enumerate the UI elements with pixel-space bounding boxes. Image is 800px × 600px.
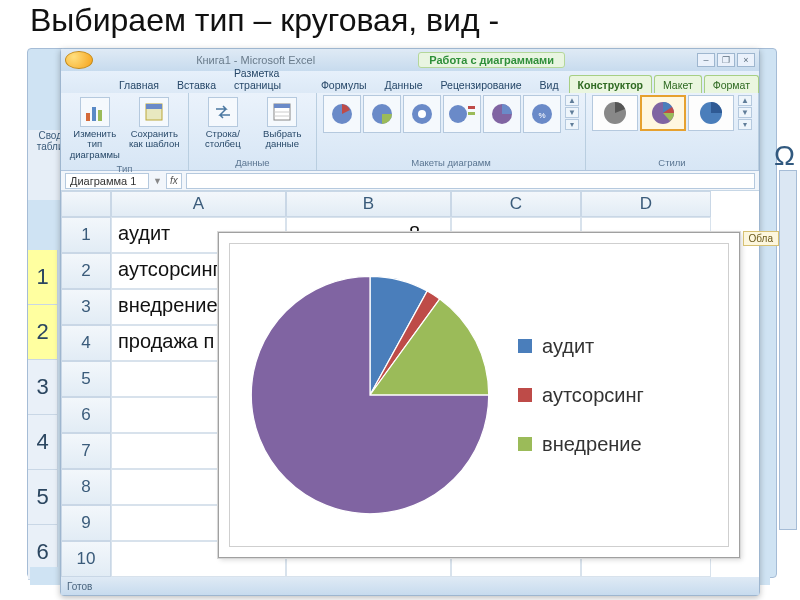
row-header[interactable]: 3 [61,289,111,325]
legend-label: внедрение [542,433,642,456]
window-controls: – ❐ × [697,53,755,67]
style-scroll[interactable]: ▲ ▼ ▾ [738,95,752,130]
col-header-d[interactable]: D [581,191,711,217]
col-header-a[interactable]: A [111,191,286,217]
row-header[interactable]: 6 [61,397,111,433]
row-header[interactable]: 1 [61,217,111,253]
scroll-up-icon[interactable]: ▲ [738,95,752,106]
row-header[interactable]: 4 [61,325,111,361]
style-thumb[interactable] [688,95,734,131]
pie-svg [245,270,495,520]
bg-row-header: 2 [28,305,58,360]
col-header-c[interactable]: C [451,191,581,217]
select-data-label: Выбрать данные [257,129,309,150]
chart-legend[interactable]: аудит аутсорсинг внедрение [510,325,728,466]
row-header[interactable]: 8 [61,469,111,505]
tab-review[interactable]: Рецензирование [433,76,530,93]
tab-layout[interactable]: Макет [654,75,702,93]
save-as-template-button[interactable]: Сохранить как шаблон [127,95,183,152]
tab-page-layout[interactable]: Разметка страницы [226,64,311,93]
row-header[interactable]: 9 [61,505,111,541]
layout-thumb[interactable] [443,95,481,133]
slide-title: Выбираем тип – круговая, вид - [30,2,499,39]
office-button-icon[interactable] [65,51,93,69]
tab-designer[interactable]: Конструктор [569,75,652,93]
col-header-b[interactable]: B [286,191,451,217]
switch-icon [208,97,238,127]
legend-item[interactable]: внедрение [518,433,720,456]
style-thumb-selected[interactable] [640,95,686,131]
layout-thumb[interactable]: % [523,95,561,133]
row-header[interactable]: 5 [61,361,111,397]
row-header[interactable]: 7 [61,433,111,469]
layout-thumb[interactable] [483,95,521,133]
ribbon-group-styles: ▲ ▼ ▾ Стили [586,93,759,170]
legend-label: аудит [542,335,594,358]
scroll-down-icon[interactable]: ▼ [565,107,579,118]
select-data-button[interactable]: Выбрать данные [255,95,311,152]
svg-point-13 [449,105,467,123]
chart-style-gallery[interactable] [592,95,734,131]
template-icon [139,97,169,127]
svg-rect-6 [274,104,290,108]
tab-data[interactable]: Данные [377,76,431,93]
switch-row-col-button[interactable]: Строка/столбец [195,95,251,152]
group-data-label: Данные [235,156,269,168]
formula-input[interactable] [186,173,755,189]
select-all-corner[interactable] [61,191,111,217]
tab-view[interactable]: Вид [532,76,567,93]
fx-icon[interactable]: fx [166,173,182,189]
switch-label: Строка/столбец [197,129,249,150]
bg-scrollbar[interactable] [779,170,797,530]
svg-rect-0 [86,113,90,121]
group-layouts-label: Макеты диаграмм [411,156,491,168]
expand-gallery-icon[interactable]: ▾ [565,119,579,130]
layout-scroll[interactable]: ▲ ▼ ▾ [565,95,579,130]
chart-layout-gallery[interactable]: % [323,95,561,133]
change-chart-type-button[interactable]: Изменить тип диаграммы [67,95,123,162]
group-styles-label: Стили [658,156,685,168]
embedded-chart[interactable]: Обла аудит аутсорсинг внедрение [218,232,740,558]
status-ready: Готов [67,581,92,592]
layout-thumb[interactable] [323,95,361,133]
expand-gallery-icon[interactable]: ▾ [738,119,752,130]
formula-bar: ▼ fx [61,171,759,191]
row-header[interactable]: 10 [61,541,111,577]
chart-tools-title: Работа с диаграммами [418,52,565,68]
svg-text:%: % [538,111,545,120]
name-box[interactable] [65,173,149,189]
save-template-label: Сохранить как шаблон [129,129,181,150]
layout-thumb[interactable] [363,95,401,133]
bg-row-header: 3 [28,360,58,415]
tab-insert[interactable]: Вставка [169,76,224,93]
legend-label: аутсорсинг [542,384,644,407]
legend-swatch [518,388,532,402]
close-button[interactable]: × [737,53,755,67]
symbol-omega-icon: Ω [774,140,795,172]
layout-thumb[interactable] [403,95,441,133]
ribbon-tabs: Главная Вставка Разметка страницы Формул… [61,71,759,93]
change-type-label: Изменить тип диаграммы [69,129,121,160]
bg-row-header: 1 [28,250,58,305]
pie-chart[interactable] [230,244,510,546]
legend-item[interactable]: аутсорсинг [518,384,720,407]
tab-home[interactable]: Главная [111,76,167,93]
row-header[interactable]: 2 [61,253,111,289]
scroll-up-icon[interactable]: ▲ [565,95,579,106]
bg-row-header: 4 [28,415,58,470]
minimize-button[interactable]: – [697,53,715,67]
titlebar: Книга1 - Microsoft Excel Работа с диагра… [61,49,759,71]
status-bar: Готов [61,577,759,595]
legend-swatch [518,437,532,451]
svg-rect-2 [98,110,102,121]
ribbon-group-layouts: % ▲ ▼ ▾ Макеты диаграмм [317,93,586,170]
scroll-down-icon[interactable]: ▼ [738,107,752,118]
chart-plot-area[interactable]: аудит аутсорсинг внедрение [229,243,729,547]
chart-area-tag: Обла [743,231,779,246]
svg-rect-15 [468,112,475,115]
legend-item[interactable]: аудит [518,335,720,358]
tab-format[interactable]: Формат [704,75,759,93]
restore-button[interactable]: ❐ [717,53,735,67]
style-thumb[interactable] [592,95,638,131]
tab-formulas[interactable]: Формулы [313,76,375,93]
